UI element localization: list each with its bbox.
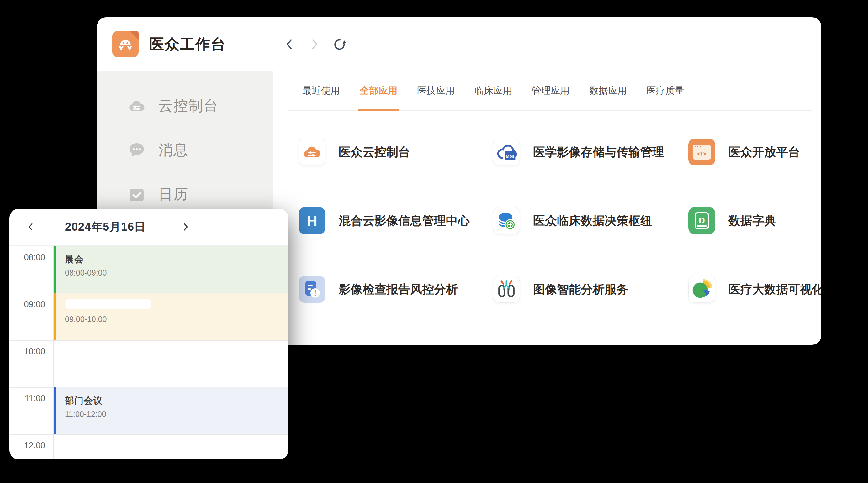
app-name: 图像智能分析服务 — [533, 282, 628, 297]
app-cloud-console[interactable]: 医众云控制台 — [299, 138, 493, 165]
forward-button[interactable] — [307, 37, 322, 52]
tab-bar: 最近使用 全部应用 医技应用 临床应用 管理应用 数据应用 医疗质量 — [288, 71, 812, 110]
calendar-day-grid: 08:00 09:00 10:00 11:00 12:00 晨会 08:00-0… — [9, 246, 288, 459]
app-open-platform[interactable]: </> 医众开放平台 — [688, 138, 821, 165]
calendar-icon — [127, 185, 147, 204]
h-glyph: H — [307, 212, 317, 229]
browser-bar — [693, 145, 711, 149]
app-data-dictionary[interactable]: D 数据字典 — [688, 207, 821, 234]
nav-controls — [282, 37, 347, 52]
refresh-icon — [332, 37, 347, 52]
d-glyph: D — [694, 212, 709, 229]
page-title: 医众工作台 — [149, 34, 226, 54]
event-time: 11:00-12:00 — [65, 410, 288, 419]
mos-cloud-icon: Mos — [493, 138, 520, 165]
event-title: 晨会 — [65, 253, 288, 266]
chevron-right-icon — [307, 37, 322, 52]
half-hour-gridline — [54, 363, 288, 364]
app-name: 医众临床数据决策枢纽 — [533, 213, 652, 229]
hour-gridline — [9, 434, 288, 435]
calendar-prev-button[interactable] — [25, 221, 37, 233]
app-report-risk-analysis[interactable]: ! 影像检查报告风控分析 — [299, 276, 493, 303]
app-image-ai-analysis[interactable]: 图像智能分析服务 — [493, 276, 688, 303]
chevron-left-icon — [282, 37, 297, 52]
tab-recent[interactable]: 最近使用 — [302, 71, 340, 110]
tab-data-apps[interactable]: 数据应用 — [589, 71, 627, 110]
hour-gridline — [9, 340, 288, 341]
sidebar-item-calendar[interactable]: 日历 — [97, 183, 274, 205]
message-icon — [127, 140, 147, 160]
chevron-left-icon — [25, 222, 36, 232]
clinical-database-icon — [493, 207, 520, 234]
event-time: 09:00-10:00 — [65, 315, 288, 324]
cloud-settings-icon — [127, 96, 147, 116]
app-medical-image-storage[interactable]: Mos 医学影像存储与传输管理 — [493, 138, 688, 165]
app-name: 混合云影像信息管理中心 — [339, 213, 470, 229]
app-grid: 医众云控制台 Mos 医学影像存储与传输管理 — [274, 138, 821, 303]
event-time: 08:00-09:00 — [65, 268, 288, 278]
redacted-event-title — [65, 299, 151, 309]
mos-badge: Mos — [506, 154, 515, 159]
refresh-button[interactable] — [332, 37, 347, 52]
app-name: 医学影像存储与传输管理 — [533, 144, 664, 160]
cloud-console-icon — [299, 138, 326, 165]
time-label: 11:00 — [9, 394, 45, 404]
data-dictionary-icon: D — [688, 207, 715, 234]
time-label: 12:00 — [9, 441, 45, 450]
calendar-next-button[interactable] — [179, 221, 192, 233]
hybrid-cloud-icon: H — [299, 207, 326, 234]
sidebar-item-messages[interactable]: 消息 — [97, 139, 274, 161]
tab-all-apps[interactable]: 全部应用 — [360, 71, 397, 110]
sidebar-item-label: 云控制台 — [158, 96, 219, 116]
app-clinical-data-hub[interactable]: 医众临床数据决策枢纽 — [493, 207, 688, 234]
event-title: 部门会议 — [65, 395, 288, 407]
alert-glyph: ! — [314, 289, 316, 297]
app-logo-icon — [112, 31, 138, 57]
event-redacted[interactable]: 09:00-10:00 — [54, 293, 288, 340]
tab-clinical-apps[interactable]: 临床应用 — [474, 71, 512, 110]
time-label: 10:00 — [9, 347, 45, 356]
pie-chart-icon — [688, 276, 715, 303]
tab-management-apps[interactable]: 管理应用 — [532, 71, 569, 110]
app-name: 影像检查报告风控分析 — [339, 282, 458, 297]
back-button[interactable] — [282, 37, 297, 52]
time-label: 08:00 — [9, 253, 45, 262]
chevron-right-icon — [180, 222, 191, 232]
report-risk-icon: ! — [299, 276, 326, 303]
sidebar-item-cloud-console[interactable]: 云控制台 — [97, 95, 274, 117]
app-name: 数据字典 — [728, 213, 776, 229]
sidebar-item-label: 日历 — [158, 185, 188, 204]
app-big-data-visualization[interactable]: 医疗大数据可视化 — [688, 276, 821, 303]
calendar-popup: 2024年5月16日 08:00 09:00 10:00 11:00 12:00… — [9, 209, 288, 459]
app-name: 医疗大数据可视化 — [728, 282, 821, 297]
sidebar-item-label: 消息 — [158, 140, 188, 160]
calendar-header: 2024年5月16日 — [9, 209, 288, 246]
half-hour-gridline — [54, 458, 288, 458]
app-hybrid-cloud-imaging[interactable]: H 混合云影像信息管理中心 — [299, 207, 493, 234]
code-glyph: </> — [693, 149, 711, 159]
open-platform-icon: </> — [688, 138, 715, 165]
titlebar: 医众工作台 — [97, 17, 821, 71]
tab-medtech-apps[interactable]: 医技应用 — [417, 71, 455, 110]
time-label: 09:00 — [9, 300, 45, 309]
app-name: 医众云控制台 — [339, 144, 410, 160]
event-morning-meeting[interactable]: 晨会 08:00-09:00 — [54, 246, 288, 293]
apps-panel: 最近使用 全部应用 医技应用 临床应用 管理应用 数据应用 医疗质量 — [274, 71, 821, 345]
event-department-meeting[interactable]: 部门会议 11:00-12:00 — [54, 387, 288, 434]
lungs-ai-icon — [493, 276, 520, 303]
tab-quality[interactable]: 医疗质量 — [647, 71, 684, 110]
page-background: 医众工作台 — [0, 0, 868, 483]
calendar-date-label: 2024年5月16日 — [37, 219, 174, 235]
app-name: 医众开放平台 — [728, 144, 800, 160]
